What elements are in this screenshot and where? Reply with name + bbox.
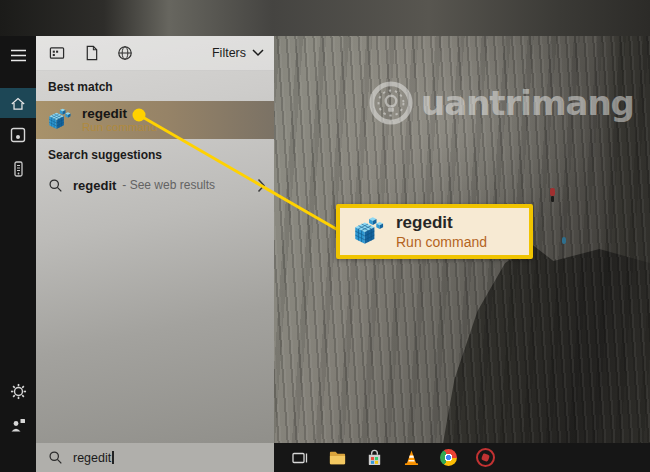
chrome-button[interactable] (436, 446, 460, 470)
sidebar-spacer (0, 186, 36, 374)
web-filter-button[interactable] (110, 41, 140, 65)
screen-recorder-button[interactable] (473, 446, 497, 470)
sidebar-item-devices[interactable] (0, 152, 36, 186)
sidebar (0, 36, 36, 472)
search-input-value: regedit (73, 451, 111, 465)
document-icon (84, 45, 99, 61)
chevron-down-icon (252, 49, 264, 57)
search-panel: Filters Best match regedit Run command S… (36, 36, 274, 443)
callout-box: regedit Run command (336, 204, 533, 259)
recent-activity-icon (10, 127, 26, 143)
vlc-button[interactable] (399, 446, 423, 470)
regedit-icon (46, 107, 72, 133)
result-subtitle: Run command (82, 121, 157, 134)
search-icon (48, 450, 63, 465)
search-input[interactable]: regedit (36, 443, 274, 472)
screen-recorder-icon (476, 448, 495, 467)
search-filter-bar: Filters (36, 36, 274, 71)
suggestion-hint: - See web results (122, 178, 215, 192)
hamburger-icon (10, 49, 27, 62)
settings-button[interactable] (0, 374, 36, 408)
callout-subtitle: Run command (396, 234, 487, 250)
connected-device-icon (12, 161, 25, 177)
filters-label: Filters (212, 46, 246, 60)
file-explorer-button[interactable] (325, 446, 349, 470)
text-caret (112, 451, 114, 464)
search-icon (48, 178, 63, 193)
best-match-result[interactable]: regedit Run command (36, 101, 274, 139)
rail-bottom-pad (0, 442, 36, 472)
globe-icon (117, 45, 133, 61)
best-match-label: Best match (36, 71, 274, 101)
regedit-icon-large (351, 215, 385, 249)
vlc-icon (402, 448, 421, 467)
gear-icon (10, 383, 27, 400)
red-jacket-climber (550, 188, 555, 196)
search-suggestions-label: Search suggestions (36, 139, 274, 169)
menu-button[interactable] (0, 38, 36, 72)
feedback-button[interactable] (0, 408, 36, 442)
blue-jacket-climber (562, 237, 566, 244)
taskbar (274, 443, 650, 472)
windows-desktop: uantrimang (0, 0, 650, 472)
filters-button[interactable]: Filters (212, 46, 264, 60)
callout-texts: regedit Run command (396, 214, 487, 250)
file-explorer-icon (328, 448, 347, 467)
microsoft-store-icon (365, 448, 384, 467)
documents-filter-button[interactable] (76, 41, 106, 65)
search-suggestion-item[interactable]: regedit - See web results (36, 169, 274, 201)
callout-title: regedit (396, 214, 487, 232)
sidebar-item-recent[interactable] (0, 118, 36, 152)
apps-filter-icon (49, 45, 65, 61)
suggestion-query: regedit (73, 178, 116, 193)
feedback-person-icon (10, 418, 26, 433)
apps-filter-button[interactable] (42, 41, 72, 65)
task-view-icon (291, 449, 309, 467)
best-match-texts: regedit Run command (82, 106, 157, 134)
home-icon (10, 96, 26, 111)
cliff-top-strip (0, 0, 650, 36)
task-view-button[interactable] (288, 446, 312, 470)
microsoft-store-button[interactable] (362, 446, 386, 470)
chrome-icon (440, 449, 457, 466)
result-title: regedit (82, 106, 157, 121)
sidebar-item-home[interactable] (0, 88, 36, 118)
chevron-right-icon (257, 178, 266, 193)
